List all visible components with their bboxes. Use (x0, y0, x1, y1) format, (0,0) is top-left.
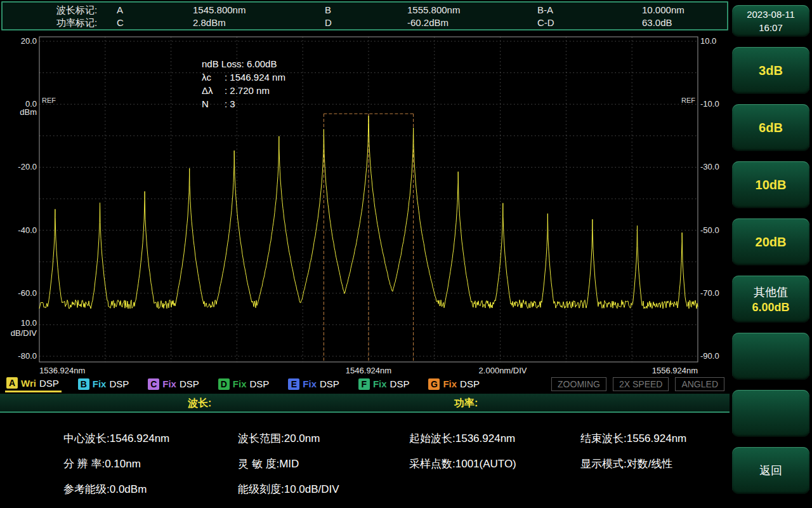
back-button[interactable]: 返回 (732, 447, 809, 494)
spectrum-chart: 20.00.0-20.0-40.0-60.0-80.0dBm10.0dB/DIV… (0, 30, 730, 377)
softkey-6db[interactable]: 6dB (732, 104, 809, 151)
trace-c-mode: Fix (162, 378, 176, 389)
annotation-delta-lambda: Δλ: 2.720 nm (202, 84, 285, 97)
softkey-empty-1[interactable] (732, 333, 809, 380)
marker-c-value: 2.8dBm (193, 17, 325, 29)
datetime-button[interactable]: 2023-08-11 16:07 (732, 5, 809, 37)
marker-b-value: 1555.800nm (407, 4, 537, 17)
axis-tick-label: 2.000nm/DIV (479, 366, 527, 375)
trace-a-badge: A (6, 377, 18, 389)
softkey-empty-2[interactable] (732, 390, 809, 437)
trace-b[interactable]: B Fix DSP (77, 377, 132, 392)
trace-e-badge: E (288, 378, 299, 390)
time-label: 16:07 (759, 22, 783, 34)
marker-b: B (325, 4, 407, 17)
info-stop-wavelength: 结束波长:1556.924nm (580, 431, 730, 446)
axis-tick-label: dBm (20, 107, 37, 117)
axis-tick-label: -60.0 (18, 288, 37, 298)
status-indicators: ZOOMING 2X SPEED ANGLED (551, 377, 724, 391)
trace-a-dsp: DSP (39, 378, 59, 389)
info-start-wavelength: 起始波长:1536.924nm (409, 431, 580, 446)
marker-c-d-value: 63.0dB (642, 17, 727, 29)
annotation-n-count: N: 3 (202, 97, 285, 110)
trace-f-dsp: DSP (390, 378, 410, 389)
trace-d[interactable]: D Fix DSP (217, 377, 272, 392)
trace-c-badge: C (148, 378, 159, 390)
spectrum-plot: 20.00.0-20.0-40.0-60.0-80.0dBm10.0dB/DIV… (0, 30, 730, 377)
zooming-toggle[interactable]: ZOOMING (551, 377, 606, 391)
info-center-wavelength: 中心波长:1546.924nm (63, 431, 238, 446)
trace-f[interactable]: F Fix DSP (357, 377, 412, 392)
section-band: 波长: 功率: (0, 394, 730, 413)
marker-d-value: -60.2dBm (407, 17, 537, 29)
annotation-center-wavelength: λc: 1546.924 nm (202, 70, 285, 84)
softkey-other-value[interactable]: 其他值 6.00dB (732, 276, 809, 323)
measurement-annotations: ndB Loss: 6.00dB λc: 1546.924 nm Δλ: 2.7… (202, 57, 285, 110)
marker-readout-header: 波长标记: A 1545.800nm B 1555.800nm B-A 10.0… (1, 1, 728, 30)
trace-e[interactable]: E Fix DSP (287, 377, 342, 392)
power-marker-row: 功率标记: C 2.8dBm D -60.2dBm C-D 63.0dB (56, 17, 727, 29)
marker-a: A (117, 4, 193, 17)
trace-legend: A Wri DSP B Fix DSP C Fix DSP D Fix DSP … (0, 376, 730, 392)
osa-screen: 波长标记: A 1545.800nm B 1555.800nm B-A 10.0… (0, 0, 812, 508)
trace-c[interactable]: C Fix DSP (147, 377, 202, 392)
trace-f-mode: Fix (373, 378, 387, 389)
trace-d-badge: D (218, 378, 230, 390)
info-level-scale: 能级刻度:10.0dB/DIV (238, 482, 409, 497)
trace-d-mode: Fix (233, 378, 247, 389)
axis-tick-label: dB/DIV (11, 328, 37, 338)
trace-a-mode: Wri (21, 378, 36, 389)
axis-tick-label: -40.0 (18, 225, 37, 235)
wavelength-marker-row: 波长标记: A 1545.800nm B 1555.800nm B-A 10.0… (56, 4, 727, 17)
ref-label-right: REF (681, 97, 695, 104)
softkey-10db[interactable]: 10dB (732, 161, 809, 208)
softkey-3db[interactable]: 3dB (732, 47, 809, 94)
axis-tick-label: -20.0 (18, 162, 37, 171)
trace-b-badge: B (78, 378, 89, 390)
axis-tick-label: -10.0 (700, 99, 719, 109)
trace-d-dsp: DSP (250, 378, 270, 389)
info-display-mode: 显示模式:对数/线性 (580, 457, 730, 471)
trace-c-dsp: DSP (180, 378, 199, 389)
trace-e-mode: Fix (303, 378, 317, 389)
axis-tick-label: 20.0 (21, 36, 37, 46)
info-sampling-points: 采样点数:1001(AUTO) (409, 457, 580, 471)
trace-a[interactable]: A Wri DSP (5, 376, 62, 392)
power-marker-label: 功率标记: (56, 17, 117, 29)
axis-tick-label: -70.0 (700, 288, 719, 298)
trace-g-dsp: DSP (460, 378, 480, 389)
softkey-sidebar: 2023-08-11 16:07 3dB 6dB 10dB 20dB 其他值 6… (730, 0, 812, 508)
marker-a-value: 1545.800nm (193, 4, 325, 17)
axis-tick-label: 1556.924nm (652, 366, 698, 375)
axis-tick-label: 10.0 (21, 318, 37, 328)
axis-tick-label: 1546.924nm (346, 366, 391, 375)
trace-b-mode: Fix (93, 378, 107, 389)
power-section-label: 功率: (454, 397, 478, 410)
trace-b-dsp: DSP (109, 378, 129, 389)
speed-toggle[interactable]: 2X SPEED (613, 377, 669, 391)
axis-tick-label: -50.0 (700, 225, 719, 235)
info-sensitivity: 灵 敏 度:MID (238, 457, 409, 471)
other-value-amount: 6.00dB (752, 301, 789, 314)
date-label: 2023-08-11 (747, 8, 795, 20)
marker-b-a-value: 10.000nm (642, 4, 727, 17)
angled-toggle[interactable]: ANGLED (675, 377, 724, 391)
axis-tick-label: -80.0 (18, 351, 37, 361)
settings-info-panel: 中心波长:1546.924nm 波长范围:20.0nm 起始波长:1536.92… (0, 415, 730, 508)
axis-tick-label: 10.0 (700, 36, 716, 46)
axis-tick-label: -90.0 (700, 351, 719, 361)
marker-c: C (117, 17, 193, 29)
marker-d: D (325, 17, 407, 29)
info-resolution: 分 辨 率:0.10nm (63, 457, 238, 471)
trace-e-dsp: DSP (320, 378, 339, 389)
trace-g[interactable]: G Fix DSP (427, 377, 482, 392)
softkey-20db[interactable]: 20dB (732, 218, 809, 265)
trace-g-mode: Fix (443, 378, 457, 389)
marker-c-d: C-D (537, 17, 642, 29)
wavelength-marker-label: 波长标记: (56, 4, 117, 17)
axis-tick-label: 1536.924nm (39, 366, 85, 375)
wavelength-section-label: 波长: (188, 397, 211, 410)
other-value-label: 其他值 (754, 284, 788, 300)
info-span: 波长范围:20.0nm (238, 431, 409, 446)
marker-b-a: B-A (537, 4, 642, 17)
